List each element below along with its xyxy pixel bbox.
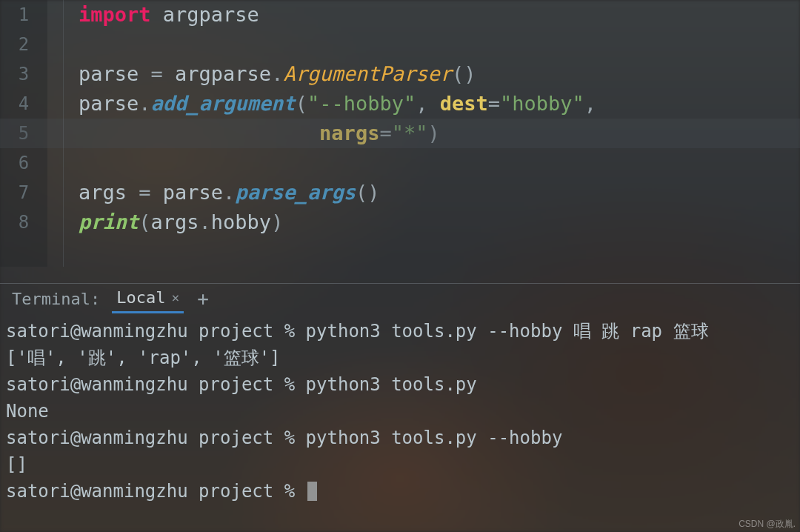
line-number: 6	[0, 148, 47, 178]
line-number: 7	[0, 178, 47, 207]
code-line-4: parse.add_argument("--hobby", dest="hobb…	[79, 89, 800, 119]
close-icon[interactable]: ×	[171, 290, 179, 305]
terminal-line: []	[6, 451, 797, 478]
line-number: 2	[0, 30, 47, 59]
watermark: CSDN @政胤.	[739, 518, 796, 531]
line-number: 4	[0, 89, 47, 119]
terminal-line: satori@wanmingzhu project % python3 tool…	[6, 318, 797, 345]
active-line-highlight	[0, 119, 800, 148]
terminal-cursor	[307, 482, 317, 501]
code-editor: 1 2 3 4 5 6 7 8 import argparse parse = …	[0, 0, 800, 267]
add-terminal-button[interactable]: +	[197, 287, 209, 310]
terminal-line: None	[6, 398, 797, 425]
terminal-panel: Terminal: Local × + satori@wanmingzhu pr…	[0, 283, 800, 508]
code-line-7: args = parse.parse_args()	[79, 178, 800, 207]
terminal-prompt-line: satori@wanmingzhu project %	[6, 478, 797, 505]
code-line-2	[79, 30, 800, 59]
gutter-separator	[63, 0, 64, 267]
code-line-8: print(args.hobby)	[79, 207, 800, 237]
line-number: 1	[0, 0, 47, 30]
line-number: 8	[0, 207, 47, 237]
terminal-line: satori@wanmingzhu project % python3 tool…	[6, 425, 797, 451]
code-line-1: import argparse	[79, 0, 800, 30]
terminal-title: Terminal:	[4, 290, 107, 308]
terminal-line: ['唱', '跳', 'rap', '篮球']	[6, 345, 797, 371]
line-number: 3	[0, 59, 47, 89]
code-line-3: parse = argparse.ArgumentParser()	[79, 59, 800, 89]
terminal-tab-label: Local	[116, 288, 165, 307]
code-line-6	[79, 148, 800, 178]
terminal-line: satori@wanmingzhu project % python3 tool…	[6, 371, 797, 398]
terminal-body[interactable]: satori@wanmingzhu project % python3 tool…	[0, 313, 800, 508]
terminal-header: Terminal: Local × +	[0, 284, 800, 313]
terminal-tab-local[interactable]: Local ×	[112, 284, 184, 313]
